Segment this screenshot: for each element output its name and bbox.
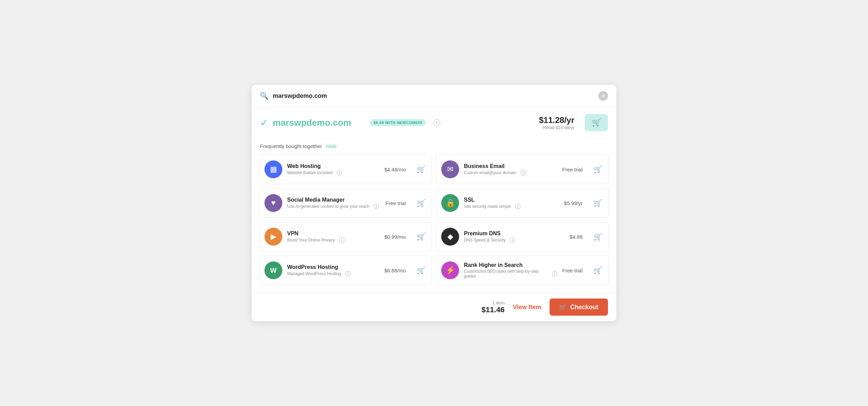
wordpress-icon: W [264, 261, 282, 279]
premium-dns-info: Premium DNS DNS Speed & Security i [464, 230, 565, 243]
wordpress-info-icon[interactable]: i [345, 271, 351, 277]
ssl-add-cart-button[interactable]: 🛒 [592, 198, 604, 208]
fbt-header: Frequently bought together Hide [252, 138, 616, 153]
ssl-icon: 🔒 [441, 194, 459, 212]
ssl-price: $5.99/yr [564, 200, 583, 206]
premium-dns-add-cart-button[interactable]: 🛒 [592, 231, 604, 242]
wordpress-name: WordPress Hosting [287, 264, 379, 270]
business-email-icon: ✉ [441, 160, 459, 178]
fbt-title: Frequently bought together [260, 143, 322, 149]
premium-dns-info-icon[interactable]: i [510, 237, 515, 243]
rank-search-price: Free trial [562, 268, 583, 273]
premium-dns-desc: DNS Speed & Security i [464, 237, 565, 243]
business-email-price: Free trial [562, 167, 583, 172]
domain-name: marswpdemo.com [273, 117, 362, 128]
search-icon: 🔍 [260, 92, 269, 100]
web-hosting-desc: Website Builder included i [287, 170, 379, 176]
vpn-icon: ▶ [264, 228, 282, 246]
checkout-label: Checkout [570, 304, 598, 311]
web-hosting-info: Web Hosting Website Builder included i [287, 163, 379, 176]
business-email-add-cart-button[interactable]: 🛒 [592, 164, 604, 175]
footer-total-amount: $11.46 [481, 305, 504, 314]
ssl-info: SSL Site security made simple i [464, 197, 559, 209]
product-card-premium-dns: ◆ Premium DNS DNS Speed & Security i $4.… [436, 222, 609, 251]
rank-search-info: Rank Higher in Search Customized SEO tas… [464, 262, 557, 279]
wordpress-desc: Managed WordPress Hosting i [287, 271, 379, 277]
search-bar: 🔍 marswpdemo.com ✕ [252, 85, 616, 107]
domain-info-icon[interactable]: i [433, 119, 440, 126]
product-card-social-media: ♥ Social Media Manager Use AI-generated … [259, 188, 432, 218]
cart-icon: 🛒 [592, 118, 601, 127]
domain-result-row: ✓ marswpdemo.com $6.49 WITH NEWCOM649 i … [252, 107, 616, 138]
social-media-name: Social Media Manager [287, 197, 381, 203]
fbt-hide-button[interactable]: Hide [326, 143, 337, 149]
main-container: 🔍 marswpdemo.com ✕ ✓ marswpdemo.com $6.4… [252, 85, 616, 321]
web-hosting-icon: ▦ [264, 160, 282, 178]
domain-price-retail: Retail $14.98/yr [539, 125, 574, 130]
products-grid: ▦ Web Hosting Website Builder included i… [252, 153, 616, 293]
product-card-vpn: ▶ VPN Boost Your Online Privacy i $0.99/… [259, 222, 432, 251]
social-media-icon: ♥ [264, 194, 282, 212]
clear-button[interactable]: ✕ [598, 91, 608, 101]
checkout-button[interactable]: 🛒 Checkout [550, 298, 608, 316]
footer-total: 1 item $11.46 [481, 300, 504, 314]
view-item-link[interactable]: View Item [513, 304, 541, 311]
wordpress-add-cart-button[interactable]: 🛒 [415, 265, 427, 276]
vpn-name: VPN [287, 230, 379, 237]
vpn-info: VPN Boost Your Online Privacy i [287, 230, 379, 243]
business-email-name: Business Email [464, 163, 557, 169]
web-hosting-price: $4.48/mo [384, 167, 406, 172]
ssl-name: SSL [464, 197, 559, 203]
vpn-desc: Boost Your Online Privacy i [287, 237, 379, 243]
rank-search-add-cart-button[interactable]: 🛒 [592, 265, 604, 276]
premium-dns-icon: ◆ [441, 228, 459, 246]
promo-badge: $6.49 WITH NEWCOM649 [370, 119, 425, 126]
available-check-icon: ✓ [260, 117, 268, 128]
rank-search-info-icon[interactable]: i [552, 271, 557, 277]
premium-dns-name: Premium DNS [464, 230, 565, 237]
rank-search-desc: Customized SEO tasks with step-by-step g… [464, 269, 557, 279]
search-input-value[interactable]: marswpdemo.com [273, 92, 594, 100]
business-email-info: Business Email Custom email@your-domain … [464, 163, 557, 176]
product-card-web-hosting: ▦ Web Hosting Website Builder included i… [259, 155, 432, 184]
domain-price-main: $11.28/yr [539, 115, 574, 125]
web-hosting-info-icon[interactable]: i [337, 170, 342, 176]
ssl-info-icon[interactable]: i [515, 204, 521, 209]
product-card-ssl: 🔒 SSL Site security made simple i $5.99/… [436, 188, 609, 218]
footer-bar: 1 item $11.46 View Item 🛒 Checkout [252, 293, 616, 321]
wordpress-price: $6.88/mo [384, 268, 406, 273]
vpn-price: $0.99/mo [384, 234, 406, 240]
rank-search-name: Rank Higher in Search [464, 262, 557, 268]
vpn-add-cart-button[interactable]: 🛒 [415, 231, 427, 242]
social-media-info: Social Media Manager Use AI-generated co… [287, 197, 381, 209]
product-card-wordpress: W WordPress Hosting Managed WordPress Ho… [259, 256, 432, 285]
product-card-rank-search: ⚡ Rank Higher in Search Customized SEO t… [436, 256, 609, 285]
wordpress-info: WordPress Hosting Managed WordPress Host… [287, 264, 379, 277]
rank-search-icon: ⚡ [441, 261, 459, 279]
ssl-desc: Site security made simple i [464, 204, 559, 209]
checkout-cart-icon: 🛒 [559, 303, 567, 311]
social-media-info-icon[interactable]: i [373, 204, 379, 209]
social-media-price: Free trial [386, 200, 406, 206]
product-card-business-email: ✉ Business Email Custom email@your-domai… [436, 155, 609, 184]
business-email-desc: Custom email@your-domain i [464, 170, 557, 176]
web-hosting-name: Web Hosting [287, 163, 379, 169]
web-hosting-add-cart-button[interactable]: 🛒 [415, 164, 427, 175]
vpn-info-icon[interactable]: i [339, 237, 345, 243]
social-media-desc: Use AI-generated content to grow your re… [287, 204, 381, 209]
domain-add-to-cart-button[interactable]: 🛒 [585, 114, 608, 131]
premium-dns-price: $4.88 [569, 234, 583, 240]
business-email-info-icon[interactable]: i [520, 170, 526, 176]
footer-items-count: 1 item [481, 300, 504, 305]
social-media-add-cart-button[interactable]: 🛒 [415, 198, 427, 208]
domain-price-section: $11.28/yr Retail $14.98/yr [539, 115, 574, 130]
